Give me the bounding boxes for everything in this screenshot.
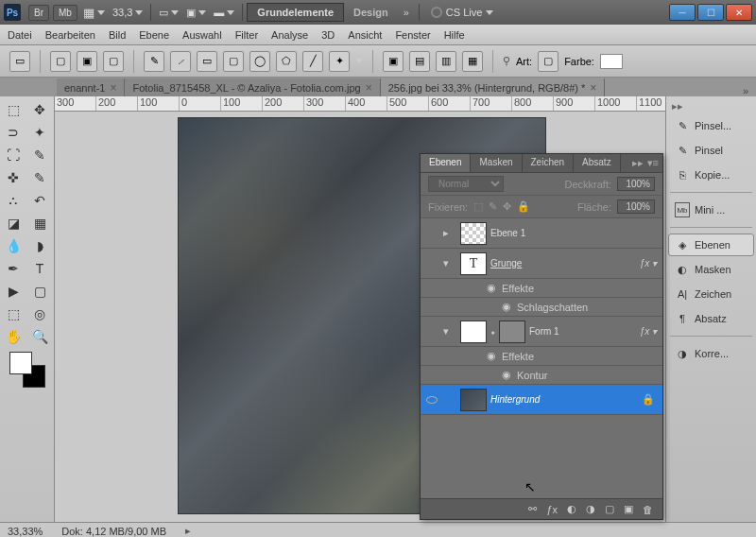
shape-layer-btn[interactable]: ▢ <box>50 51 71 72</box>
pen-tool[interactable]: ✒ <box>0 257 26 280</box>
layer-thumbnail[interactable] <box>460 389 487 411</box>
menu-3d[interactable]: 3D <box>321 29 335 41</box>
layer-row[interactable]: ▾ ⬥ Form 1 ƒx ▾ <box>421 317 662 347</box>
combine-btn-3[interactable]: ▥ <box>436 51 456 72</box>
close-icon[interactable]: × <box>590 81 596 95</box>
layer-effect-stroke[interactable]: ◉Kontur <box>421 366 662 385</box>
opacity-value[interactable]: 100% <box>617 177 655 191</box>
zoom-dropdown[interactable]: 33,3 <box>112 7 143 18</box>
combine-btn-4[interactable]: ▦ <box>462 51 483 72</box>
menu-filter[interactable]: Filter <box>235 29 258 41</box>
masks-tab[interactable]: Masken <box>471 154 522 172</box>
polygon-btn[interactable]: ⬠ <box>276 51 297 72</box>
collapse-icon[interactable]: ▸▸ <box>666 100 756 113</box>
layer-effect-shadow[interactable]: ◉Schlagschatten <box>421 298 662 317</box>
adjustment-layer-icon[interactable]: ◑ <box>586 503 595 515</box>
panel-clone[interactable]: ⎘Kopie... <box>668 164 754 186</box>
layer-row[interactable]: Hintergrund 🔒 <box>421 385 662 415</box>
layer-row[interactable]: ▾ T Grunge ƒx ▾ <box>421 249 662 279</box>
menu-layer[interactable]: Ebene <box>139 29 169 41</box>
lock-all-icon[interactable]: 🔒 <box>517 200 530 213</box>
menu-help[interactable]: Hilfe <box>444 29 465 41</box>
hand-tool[interactable]: ✋ <box>0 325 26 348</box>
fx-icon[interactable]: ƒx ▾ <box>640 258 662 268</box>
combine-btn-1[interactable]: ▣ <box>383 51 404 72</box>
move-tool[interactable]: ✥ <box>26 98 53 121</box>
layer-effects[interactable]: ◉Effekte <box>421 347 662 366</box>
tabs-overflow[interactable]: » <box>743 85 756 96</box>
menu-analysis[interactable]: Analyse <box>271 29 308 41</box>
layer-fx-icon[interactable]: ƒx <box>546 504 558 515</box>
layer-thumbnail[interactable] <box>460 320 487 343</box>
menu-image[interactable]: Bild <box>109 29 126 41</box>
doc-tab-1[interactable]: enannt-1× <box>57 78 125 96</box>
close-icon[interactable]: × <box>366 81 372 95</box>
visibility-toggle[interactable] <box>421 396 443 404</box>
panel-brush[interactable]: ✎Pinsel <box>668 139 754 162</box>
3d-tool[interactable]: ⬚ <box>0 303 26 325</box>
group-icon[interactable]: ▢ <box>605 503 614 515</box>
new-layer-icon[interactable]: ▣ <box>624 503 633 515</box>
brush-tool[interactable]: ✎ <box>26 166 53 189</box>
path-btn[interactable]: ▣ <box>77 51 97 72</box>
close-icon[interactable]: × <box>110 81 116 95</box>
panel-character[interactable]: A|Zeichen <box>668 283 754 305</box>
roundrect-btn[interactable]: ▢ <box>223 51 244 72</box>
maximize-button[interactable]: ☐ <box>697 4 724 21</box>
layer-mask-thumbnail[interactable] <box>499 320 525 343</box>
art-picker[interactable]: ▢ <box>538 51 558 72</box>
fx-icon[interactable]: ƒx ▾ <box>640 326 662 337</box>
marquee-tool[interactable]: ⬚ <box>0 98 26 121</box>
pen-btn[interactable]: ✎ <box>144 51 164 72</box>
tool-preset[interactable]: ▭ <box>9 51 30 72</box>
stamp-tool[interactable]: ⛬ <box>0 189 26 212</box>
combine-btn-2[interactable]: ▤ <box>409 51 430 72</box>
paragraph-tab[interactable]: Absatz <box>574 154 621 172</box>
panel-paragraph[interactable]: ¶Absatz <box>668 307 754 330</box>
menu-select[interactable]: Auswahl <box>182 29 222 41</box>
line-btn[interactable]: ╱ <box>302 51 323 72</box>
layer-mask-icon[interactable]: ◐ <box>567 503 576 515</box>
lock-pixels-icon[interactable]: ✎ <box>489 200 497 213</box>
crop-tool[interactable]: ⛶ <box>0 144 26 166</box>
delete-layer-icon[interactable]: 🗑 <box>643 504 653 515</box>
panel-masks[interactable]: ◐Masken <box>668 258 754 281</box>
freeform-btn[interactable]: ⟋ <box>170 51 191 72</box>
layer-thumbnail[interactable]: T <box>460 252 487 275</box>
minimize-button[interactable]: ─ <box>669 4 696 21</box>
minibridge-button[interactable]: Mb <box>53 5 77 21</box>
eraser-tool[interactable]: ◪ <box>0 212 26 234</box>
menu-edit[interactable]: Bearbeiten <box>45 29 95 41</box>
menu-window[interactable]: Fenster <box>395 29 430 41</box>
dodge-tool[interactable]: ◗ <box>26 234 53 257</box>
screen-mode-dropdown[interactable]: ▬ <box>214 7 234 18</box>
gradient-tool[interactable]: ▦ <box>26 212 53 234</box>
layer-effects[interactable]: ◉Effekte <box>421 279 662 298</box>
workspace-more[interactable]: » <box>404 7 409 18</box>
view-dropdown-2[interactable]: ▣ <box>186 7 206 19</box>
blur-tool[interactable]: 💧 <box>0 234 26 257</box>
foreground-color[interactable] <box>9 352 32 374</box>
layer-row[interactable]: ▸ Ebene 1 <box>421 218 662 249</box>
wand-tool[interactable]: ✦ <box>26 121 53 144</box>
character-tab[interactable]: Zeichen <box>523 154 575 172</box>
path-select-tool[interactable]: ▶ <box>0 280 26 303</box>
panel-menu-icon[interactable]: ▾≡ <box>647 157 659 169</box>
shape-options-dropdown[interactable] <box>355 59 363 63</box>
heal-tool[interactable]: ✜ <box>0 166 26 189</box>
color-swatches[interactable] <box>9 352 45 388</box>
workspace-design[interactable]: Design <box>344 4 398 21</box>
cslive-button[interactable]: CS Live <box>431 7 494 18</box>
lock-transparency-icon[interactable]: ⬚ <box>473 200 483 213</box>
panel-layers[interactable]: ◈Ebenen <box>668 234 754 256</box>
type-tool[interactable]: T <box>26 257 53 280</box>
panel-minibridge[interactable]: MbMini ... <box>668 199 754 221</box>
3d-camera-tool[interactable]: ◎ <box>26 303 53 325</box>
blend-mode-select[interactable]: Normal <box>428 176 504 192</box>
menu-view[interactable]: Ansicht <box>348 29 382 41</box>
ellipse-btn[interactable]: ◯ <box>249 51 270 72</box>
layer-thumbnail[interactable] <box>460 222 487 245</box>
zoom-tool[interactable]: 🔍 <box>26 325 53 348</box>
arrange-dropdown[interactable]: ▦ <box>83 6 105 20</box>
view-dropdown-1[interactable]: ▭ <box>159 7 179 19</box>
